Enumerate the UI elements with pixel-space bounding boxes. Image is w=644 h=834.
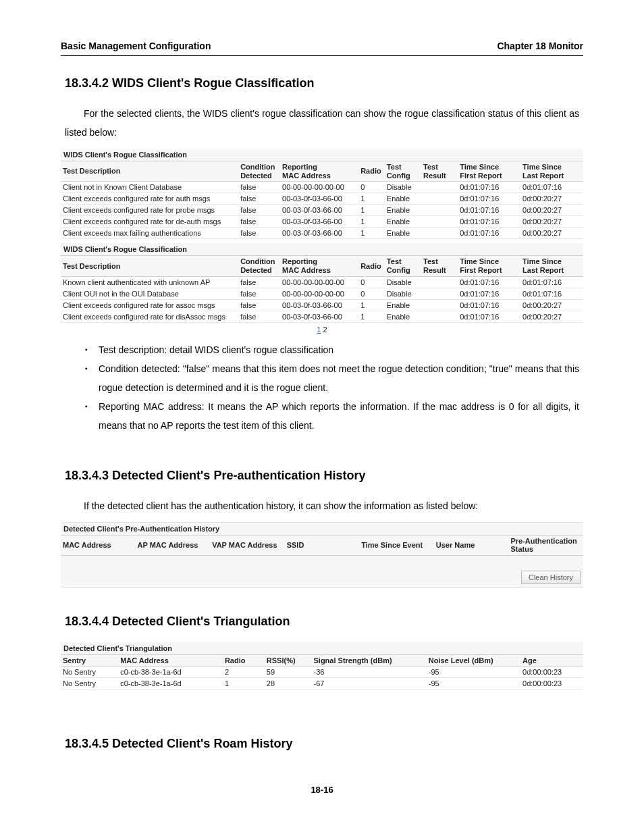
table-cell: Client exceeds configured rate for de-au… bbox=[61, 216, 238, 228]
col-test-config: TestConfig bbox=[385, 161, 421, 182]
table-cell: 0 bbox=[358, 288, 385, 299]
section-title-rogue: 18.3.4.2 WIDS Client's Rogue Classificat… bbox=[65, 76, 583, 90]
table-cell: false bbox=[238, 216, 280, 228]
table-cell: 00-03-0f-03-66-00 bbox=[280, 216, 358, 228]
table-cell: Enable bbox=[385, 228, 421, 239]
table-cell bbox=[421, 288, 458, 299]
rogue-panel-2: WIDS Client's Rogue Classification Test … bbox=[61, 243, 583, 336]
table-row: Client exceeds max failing authenticatio… bbox=[61, 228, 583, 239]
col-age: Age bbox=[520, 654, 583, 667]
table-cell: 0d:00:20:27 bbox=[520, 228, 583, 239]
table-cell: false bbox=[238, 288, 280, 299]
rogue-panel-2-title: WIDS Client's Rogue Classification bbox=[61, 243, 583, 255]
table-cell: 0d:01:07:16 bbox=[520, 276, 583, 288]
col-preauth-status: Pre-Authentication Status bbox=[508, 535, 583, 555]
table-cell: 00-03-0f-03-66-00 bbox=[280, 299, 358, 311]
table-cell: Client exceeds configured rate for disAs… bbox=[61, 311, 238, 322]
table-cell: Enable bbox=[385, 205, 421, 216]
col-rssi: RSSI(%) bbox=[265, 654, 312, 667]
table-cell: false bbox=[238, 228, 280, 239]
table-cell: 0d:00:20:27 bbox=[520, 216, 583, 228]
clean-history-button[interactable]: Clean History bbox=[521, 571, 581, 584]
section-title-preauth: 18.3.4.3 Detected Client's Pre-authentic… bbox=[65, 469, 583, 483]
table-cell: 00-00-00-00-00-00 bbox=[280, 276, 358, 288]
pager-link-1[interactable]: 1 bbox=[317, 325, 321, 334]
preauth-panel-title: Detected Client's Pre-Authentication His… bbox=[61, 523, 583, 535]
table-row: Client exceeds configured rate for disAs… bbox=[61, 311, 583, 322]
col-signal: Signal Strength (dBm) bbox=[311, 654, 426, 667]
table-row: Client exceeds configured rate for de-au… bbox=[61, 216, 583, 228]
preauth-table: MAC Address AP MAC Address VAP MAC Addre… bbox=[61, 535, 583, 568]
col-time-last: Time SinceLast Report bbox=[520, 161, 583, 182]
col-condition: ConditionDetected bbox=[238, 161, 280, 182]
table-cell: -95 bbox=[427, 678, 520, 689]
table-cell: 00-00-00-00-00-00 bbox=[280, 288, 358, 299]
table-cell: 0d:01:07:16 bbox=[458, 216, 520, 228]
col-time-since: Time Since Event bbox=[359, 535, 434, 555]
table-cell: Client exceeds configured rate for probe… bbox=[61, 205, 238, 216]
table-cell: Disable bbox=[385, 276, 421, 288]
table-cell bbox=[421, 182, 458, 193]
table-row: No Sentryc0-cb-38-3e-1a-6d259-36-950d:00… bbox=[61, 667, 583, 678]
table-cell: 0d:01:07:16 bbox=[458, 311, 520, 322]
table-cell bbox=[421, 276, 458, 288]
col-test-desc: Test Description bbox=[61, 161, 238, 182]
table-cell: false bbox=[238, 193, 280, 205]
table-cell: -67 bbox=[311, 678, 426, 689]
table-cell: 0d:00:20:27 bbox=[520, 205, 583, 216]
col-radio: Radio bbox=[358, 161, 385, 182]
col-vap-mac: VAP MAC Address bbox=[210, 535, 285, 555]
section-title-roam: 18.3.4.5 Detected Client's Roam History bbox=[65, 737, 583, 751]
table-cell: 00-03-0f-03-66-00 bbox=[280, 193, 358, 205]
table-cell: 00-03-0f-03-66-00 bbox=[280, 228, 358, 239]
table-cell bbox=[421, 216, 458, 228]
col-radio: Radio bbox=[223, 654, 265, 667]
section-body-preauth: If the detected client has the authentic… bbox=[65, 496, 579, 515]
table-cell: 0d:01:07:16 bbox=[458, 288, 520, 299]
header-right: Chapter 18 Monitor bbox=[497, 41, 583, 51]
table-cell: 0d:01:07:16 bbox=[458, 205, 520, 216]
table-row: Client OUI not in the OUI Databasefalse0… bbox=[61, 288, 583, 299]
rogue-bullets: Test description: detail WIDS client's r… bbox=[65, 340, 579, 435]
table-cell: Client not in Known Client Database bbox=[61, 182, 238, 193]
rogue-panel-1: WIDS Client's Rogue Classification Test … bbox=[61, 149, 583, 239]
table-cell: Enable bbox=[385, 216, 421, 228]
table-cell: 0d:01:07:16 bbox=[458, 299, 520, 311]
table-cell: 0d:01:07:16 bbox=[458, 182, 520, 193]
preauth-panel: Detected Client's Pre-Authentication His… bbox=[61, 522, 583, 588]
table-cell bbox=[421, 205, 458, 216]
triangulation-table: Sentry MAC Address Radio RSSI(%) Signal … bbox=[61, 654, 583, 690]
table-cell: Enable bbox=[385, 299, 421, 311]
table-cell: -36 bbox=[311, 667, 426, 678]
table-cell bbox=[421, 193, 458, 205]
table-cell: 1 bbox=[358, 299, 385, 311]
table-cell: Disable bbox=[385, 288, 421, 299]
table-cell: 1 bbox=[358, 216, 385, 228]
table-cell: false bbox=[238, 311, 280, 322]
table-cell: 1 bbox=[358, 228, 385, 239]
table-cell: 59 bbox=[265, 667, 312, 678]
rogue-table-1: Test Description ConditionDetected Repor… bbox=[61, 161, 583, 239]
table-cell: -95 bbox=[427, 667, 520, 678]
col-time-first: Time SinceFirst Report bbox=[458, 161, 520, 182]
bullet-item: Condition detected: "false" means that t… bbox=[65, 359, 579, 397]
table-cell: Client exceeds configured rate for assoc… bbox=[61, 299, 238, 311]
table-cell: 00-03-0f-03-66-00 bbox=[280, 311, 358, 322]
table-cell: Disable bbox=[385, 182, 421, 193]
table-cell bbox=[421, 228, 458, 239]
table-row: No Sentryc0-cb-38-3e-1a-6d128-67-950d:00… bbox=[61, 678, 583, 689]
col-mac: MAC Address bbox=[118, 654, 223, 667]
col-test-result: TestResult bbox=[421, 161, 458, 182]
table-row: Client exceeds configured rate for assoc… bbox=[61, 299, 583, 311]
col-sentry: Sentry bbox=[61, 654, 118, 667]
section-body-rogue: For the selected clients, the WIDS clien… bbox=[65, 104, 579, 142]
bullet-item: Test description: detail WIDS client's r… bbox=[65, 340, 579, 359]
table-cell: false bbox=[238, 205, 280, 216]
table-cell: 0d:01:07:16 bbox=[458, 193, 520, 205]
table-cell: 0d:00:00:23 bbox=[520, 667, 583, 678]
table-cell: 0d:00:00:23 bbox=[520, 678, 583, 689]
col-noise: Noise Level (dBm) bbox=[427, 654, 520, 667]
page-number: 18-16 bbox=[61, 785, 583, 795]
table-cell: 0d:01:07:16 bbox=[520, 288, 583, 299]
table-cell: No Sentry bbox=[61, 667, 118, 678]
